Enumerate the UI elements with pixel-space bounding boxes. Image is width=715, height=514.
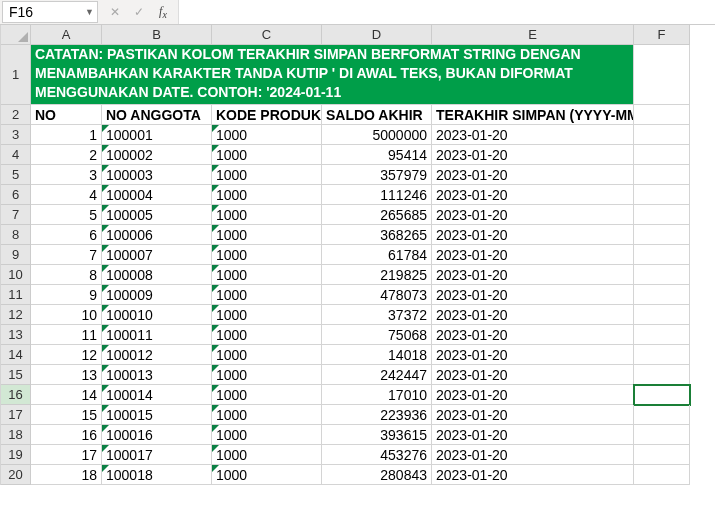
cell-D3[interactable]: 5000000 bbox=[322, 125, 432, 145]
row-header-8[interactable]: 8 bbox=[1, 225, 31, 245]
row-header-5[interactable]: 5 bbox=[1, 165, 31, 185]
cell-E6[interactable]: 2023-01-20 bbox=[432, 185, 634, 205]
cell-C5[interactable]: 1000 bbox=[212, 165, 322, 185]
cell-A6[interactable]: 4 bbox=[31, 185, 102, 205]
cell-E8[interactable]: 2023-01-20 bbox=[432, 225, 634, 245]
cell-E5[interactable]: 2023-01-20 bbox=[432, 165, 634, 185]
cell-C20[interactable]: 1000 bbox=[212, 465, 322, 485]
cell-F17[interactable] bbox=[634, 405, 690, 425]
cell-F18[interactable] bbox=[634, 425, 690, 445]
note-cell[interactable]: CATATAN: PASTIKAN KOLOM TERAKHIR SIMPAN … bbox=[31, 45, 634, 105]
cell-A14[interactable]: 12 bbox=[31, 345, 102, 365]
cell-B6[interactable]: 100004 bbox=[102, 185, 212, 205]
column-header-A[interactable]: A bbox=[31, 25, 102, 45]
cell-F15[interactable] bbox=[634, 365, 690, 385]
cell-B7[interactable]: 100005 bbox=[102, 205, 212, 225]
cell-F19[interactable] bbox=[634, 445, 690, 465]
cell-C17[interactable]: 1000 bbox=[212, 405, 322, 425]
cell-D10[interactable]: 219825 bbox=[322, 265, 432, 285]
cell-B14[interactable]: 100012 bbox=[102, 345, 212, 365]
cell-C11[interactable]: 1000 bbox=[212, 285, 322, 305]
cell-D19[interactable]: 453276 bbox=[322, 445, 432, 465]
cell-F6[interactable] bbox=[634, 185, 690, 205]
row-header-18[interactable]: 18 bbox=[1, 425, 31, 445]
cell-B19[interactable]: 100017 bbox=[102, 445, 212, 465]
cell-B3[interactable]: 100001 bbox=[102, 125, 212, 145]
cell-D20[interactable]: 280843 bbox=[322, 465, 432, 485]
cell-A20[interactable]: 18 bbox=[31, 465, 102, 485]
cell-B17[interactable]: 100015 bbox=[102, 405, 212, 425]
cell-B9[interactable]: 100007 bbox=[102, 245, 212, 265]
cell-D15[interactable]: 242447 bbox=[322, 365, 432, 385]
formula-input[interactable] bbox=[179, 0, 715, 24]
cell-E16[interactable]: 2023-01-20 bbox=[432, 385, 634, 405]
cell-B10[interactable]: 100008 bbox=[102, 265, 212, 285]
row-header-2[interactable]: 2 bbox=[1, 105, 31, 125]
cell-E3[interactable]: 2023-01-20 bbox=[432, 125, 634, 145]
fx-icon[interactable]: fx bbox=[154, 4, 172, 20]
cell-A15[interactable]: 13 bbox=[31, 365, 102, 385]
cell-F10[interactable] bbox=[634, 265, 690, 285]
cell-A16[interactable]: 14 bbox=[31, 385, 102, 405]
chevron-down-icon[interactable]: ▼ bbox=[85, 7, 94, 17]
row-header-6[interactable]: 6 bbox=[1, 185, 31, 205]
row-header-4[interactable]: 4 bbox=[1, 145, 31, 165]
cell-F1[interactable] bbox=[634, 45, 690, 105]
cell-B5[interactable]: 100003 bbox=[102, 165, 212, 185]
cell-E15[interactable]: 2023-01-20 bbox=[432, 365, 634, 385]
row-header-10[interactable]: 10 bbox=[1, 265, 31, 285]
cell-D7[interactable]: 265685 bbox=[322, 205, 432, 225]
cell-B16[interactable]: 100014 bbox=[102, 385, 212, 405]
cell-D5[interactable]: 357979 bbox=[322, 165, 432, 185]
cell-F14[interactable] bbox=[634, 345, 690, 365]
cell-D17[interactable]: 223936 bbox=[322, 405, 432, 425]
row-header-9[interactable]: 9 bbox=[1, 245, 31, 265]
cell-E13[interactable]: 2023-01-20 bbox=[432, 325, 634, 345]
cell-D13[interactable]: 75068 bbox=[322, 325, 432, 345]
cell-E18[interactable]: 2023-01-20 bbox=[432, 425, 634, 445]
row-header-17[interactable]: 17 bbox=[1, 405, 31, 425]
row-header-1[interactable]: 1 bbox=[1, 45, 31, 105]
row-header-13[interactable]: 13 bbox=[1, 325, 31, 345]
header-kode[interactable]: KODE PRODUK bbox=[212, 105, 322, 125]
cell-F8[interactable] bbox=[634, 225, 690, 245]
cell-A5[interactable]: 3 bbox=[31, 165, 102, 185]
cell-A9[interactable]: 7 bbox=[31, 245, 102, 265]
cell-B18[interactable]: 100016 bbox=[102, 425, 212, 445]
cell-F13[interactable] bbox=[634, 325, 690, 345]
select-all-corner[interactable] bbox=[1, 25, 31, 45]
cell-D6[interactable]: 111246 bbox=[322, 185, 432, 205]
column-header-F[interactable]: F bbox=[634, 25, 690, 45]
cell-A13[interactable]: 11 bbox=[31, 325, 102, 345]
row-header-20[interactable]: 20 bbox=[1, 465, 31, 485]
column-header-D[interactable]: D bbox=[322, 25, 432, 45]
cell-C19[interactable]: 1000 bbox=[212, 445, 322, 465]
row-header-15[interactable]: 15 bbox=[1, 365, 31, 385]
cell-A7[interactable]: 5 bbox=[31, 205, 102, 225]
cell-D12[interactable]: 37372 bbox=[322, 305, 432, 325]
cell-B12[interactable]: 100010 bbox=[102, 305, 212, 325]
cell-E20[interactable]: 2023-01-20 bbox=[432, 465, 634, 485]
cell-D16[interactable]: 17010 bbox=[322, 385, 432, 405]
cell-C8[interactable]: 1000 bbox=[212, 225, 322, 245]
cell-F16[interactable] bbox=[634, 385, 690, 405]
cell-A17[interactable]: 15 bbox=[31, 405, 102, 425]
cell-E19[interactable]: 2023-01-20 bbox=[432, 445, 634, 465]
cell-E4[interactable]: 2023-01-20 bbox=[432, 145, 634, 165]
cell-B11[interactable]: 100009 bbox=[102, 285, 212, 305]
cell-A8[interactable]: 6 bbox=[31, 225, 102, 245]
name-box[interactable]: F16 ▼ bbox=[2, 1, 98, 23]
cell-A18[interactable]: 16 bbox=[31, 425, 102, 445]
cell-C3[interactable]: 1000 bbox=[212, 125, 322, 145]
header-saldo[interactable]: SALDO AKHIR bbox=[322, 105, 432, 125]
cell-C4[interactable]: 1000 bbox=[212, 145, 322, 165]
row-header-16[interactable]: 16 bbox=[1, 385, 31, 405]
cell-C6[interactable]: 1000 bbox=[212, 185, 322, 205]
column-header-E[interactable]: E bbox=[432, 25, 634, 45]
cell-D9[interactable]: 61784 bbox=[322, 245, 432, 265]
cell-B20[interactable]: 100018 bbox=[102, 465, 212, 485]
cell-F2[interactable] bbox=[634, 105, 690, 125]
row-header-3[interactable]: 3 bbox=[1, 125, 31, 145]
cell-C12[interactable]: 1000 bbox=[212, 305, 322, 325]
cell-A3[interactable]: 1 bbox=[31, 125, 102, 145]
